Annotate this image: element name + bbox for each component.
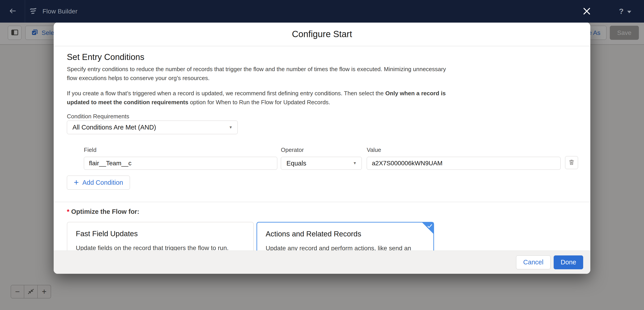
- entry-conditions-description: Specify entry conditions to reduce the n…: [67, 65, 447, 82]
- modal-footer: Cancel Done: [54, 250, 590, 274]
- required-asterisk: *: [67, 208, 69, 215]
- help-icon: ?: [619, 7, 624, 16]
- trash-icon: [568, 159, 575, 166]
- done-button[interactable]: Done: [554, 256, 583, 269]
- card-title: Fast Field Updates: [76, 230, 245, 238]
- app-title: Flow Builder: [42, 8, 77, 15]
- condition-requirements-select[interactable]: All Conditions Are Met (AND): [67, 120, 238, 134]
- operator-value: Equals: [286, 160, 306, 167]
- card-title: Actions and Related Records: [266, 230, 425, 238]
- delete-condition-button[interactable]: [565, 156, 578, 169]
- modal-title: Configure Start: [292, 29, 352, 39]
- flow-builder-screen: Selec Save As Save: [0, 0, 644, 310]
- flow-builder-icon: [30, 8, 37, 16]
- configure-start-modal: Configure Start Set Entry Conditions Spe…: [54, 22, 590, 274]
- field-input[interactable]: [84, 157, 277, 170]
- field-label: Field: [84, 146, 277, 154]
- app-header: Flow Builder ?: [0, 0, 644, 22]
- plus-icon: +: [74, 178, 79, 186]
- condition-requirements-label: Condition Requirements: [67, 113, 129, 120]
- optimize-flow-label: *Optimize the Flow for:: [67, 208, 139, 216]
- app-brand: Flow Builder: [30, 0, 77, 22]
- modal-body: Set Entry Conditions Specify entry condi…: [54, 46, 590, 250]
- value-label: Value: [367, 146, 560, 154]
- chevron-down-icon: [627, 11, 631, 13]
- modal-header: Configure Start: [54, 22, 590, 46]
- back-button[interactable]: [0, 0, 25, 22]
- add-condition-label: Add Condition: [82, 179, 123, 186]
- operator-select[interactable]: Equals: [281, 157, 362, 170]
- operator-label: Operator: [281, 146, 362, 154]
- condition-requirements-value: All Conditions Are Met (AND): [72, 124, 156, 131]
- value-input[interactable]: [367, 157, 560, 170]
- cancel-button[interactable]: Cancel: [516, 256, 550, 269]
- back-arrow-icon: [9, 8, 16, 15]
- help-menu-button[interactable]: ?: [619, 0, 631, 22]
- section-divider: [54, 202, 590, 202]
- close-modal-button[interactable]: [582, 6, 592, 17]
- add-condition-button[interactable]: + Add Condition: [67, 176, 130, 190]
- selected-check-icon: [427, 224, 432, 230]
- entry-conditions-recommendation: If you create a flow that’s triggered wh…: [67, 89, 447, 107]
- close-icon: [583, 7, 591, 16]
- section-heading: Set Entry Conditions: [67, 52, 144, 62]
